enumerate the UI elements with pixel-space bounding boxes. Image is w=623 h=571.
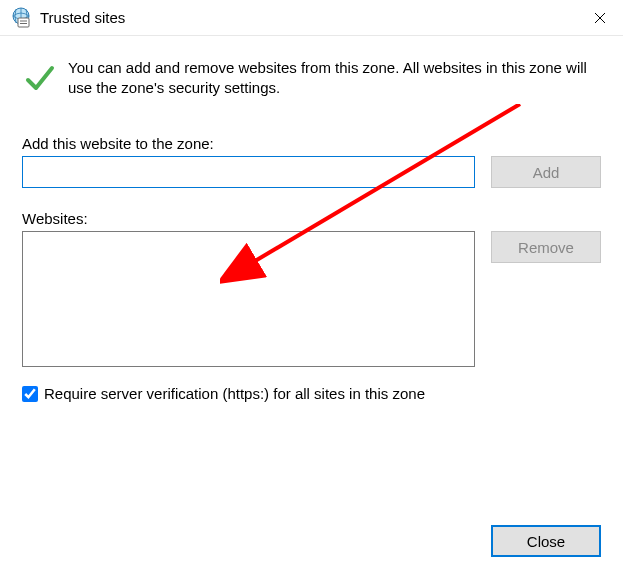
add-row: Add (22, 156, 601, 188)
remove-button[interactable]: Remove (491, 231, 601, 263)
close-button[interactable]: Close (491, 525, 601, 557)
dialog-content: You can add and remove websites from thi… (0, 36, 623, 402)
globe-list-icon (10, 7, 32, 29)
dialog-footer: Close (491, 525, 601, 557)
info-row: You can add and remove websites from thi… (22, 58, 601, 99)
require-https-label: Require server verification (https:) for… (44, 385, 425, 402)
require-https-checkbox[interactable] (22, 386, 38, 402)
add-button[interactable]: Add (491, 156, 601, 188)
websites-listbox[interactable] (22, 231, 475, 367)
add-website-input[interactable] (22, 156, 475, 188)
dialog-title: Trusted sites (40, 9, 577, 26)
require-https-checkbox-row[interactable]: Require server verification (https:) for… (22, 385, 601, 402)
checkmark-icon (22, 60, 58, 99)
websites-row: Remove (22, 231, 601, 367)
info-text: You can add and remove websites from thi… (68, 58, 601, 99)
svg-rect-1 (18, 18, 29, 27)
websites-label: Websites: (22, 210, 601, 227)
titlebar: Trusted sites (0, 0, 623, 36)
add-website-label: Add this website to the zone: (22, 135, 601, 152)
close-icon (594, 12, 606, 24)
window-close-button[interactable] (577, 0, 623, 36)
